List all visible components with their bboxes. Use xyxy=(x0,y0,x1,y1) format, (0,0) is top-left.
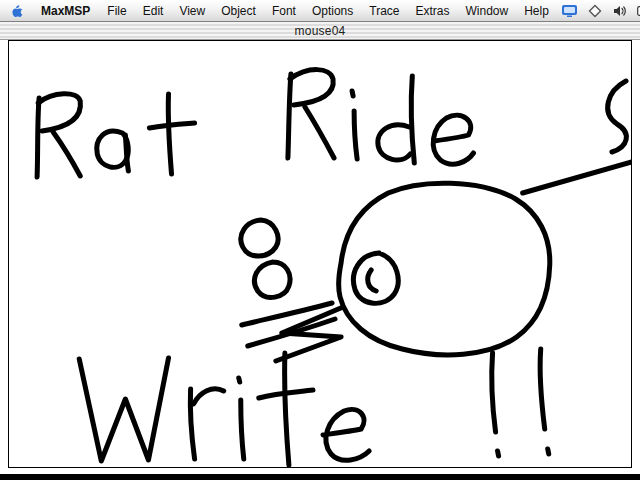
diamond-icon[interactable] xyxy=(584,4,606,18)
volume-icon[interactable] xyxy=(608,4,631,18)
menu-trace[interactable]: Trace xyxy=(361,0,407,22)
apple-menu[interactable] xyxy=(0,3,32,19)
menu-edit[interactable]: Edit xyxy=(135,0,172,22)
window-title: mouse04 xyxy=(295,24,346,38)
menu-font[interactable]: Font xyxy=(264,0,304,22)
canvas-area xyxy=(0,40,640,474)
menu-object[interactable]: Object xyxy=(213,0,264,22)
menubar-menus: FileEditViewObjectFontOptionsTraceExtras… xyxy=(99,0,557,21)
apple-icon xyxy=(10,3,24,19)
menu-file[interactable]: File xyxy=(99,0,134,22)
menubar: MaxMSP FileEditViewObjectFontOptionsTrac… xyxy=(0,0,640,22)
patcher-window: mouse04 xyxy=(0,22,640,474)
canvas-frame[interactable] xyxy=(8,40,632,468)
app-menu-maxmsp[interactable]: MaxMSP xyxy=(32,4,99,18)
menu-view[interactable]: View xyxy=(171,0,213,22)
menubar-status-area: (0%) 13:38 xyxy=(557,0,640,21)
menu-options[interactable]: Options xyxy=(304,0,361,22)
window-titlebar[interactable]: mouse04 xyxy=(0,22,640,40)
displays-icon[interactable] xyxy=(557,4,582,18)
battery-status[interactable]: (0%) xyxy=(633,5,640,17)
menu-window[interactable]: Window xyxy=(458,0,517,22)
menu-extras[interactable]: Extras xyxy=(407,0,457,22)
rat-drawing xyxy=(9,41,631,467)
menu-help[interactable]: Help xyxy=(516,0,557,22)
